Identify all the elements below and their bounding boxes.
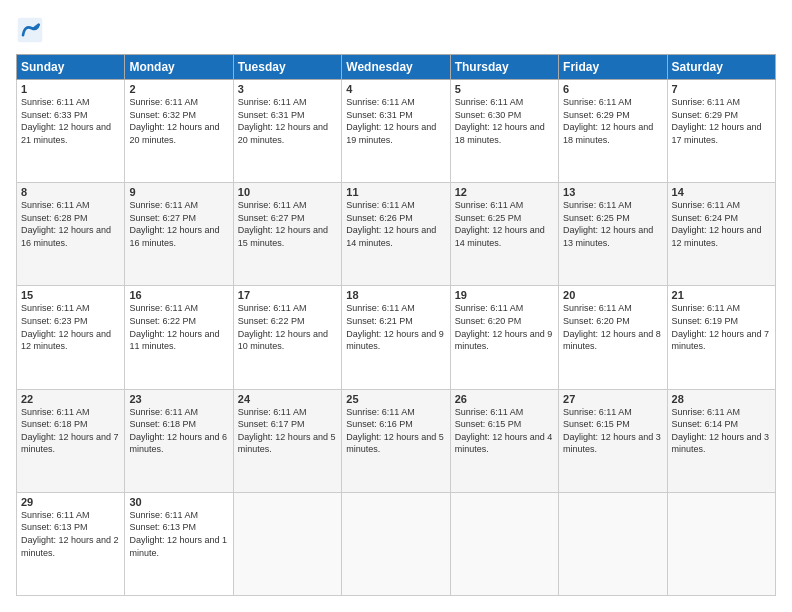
day-number: 26 bbox=[455, 393, 554, 405]
day-cell-8: 8 Sunrise: 6:11 AM Sunset: 6:28 PM Dayli… bbox=[17, 183, 125, 286]
sunset-label: Sunset: 6:15 PM bbox=[563, 419, 630, 429]
daylight-label: Daylight: 12 hours and 2 minutes. bbox=[21, 535, 119, 558]
day-number: 18 bbox=[346, 289, 445, 301]
day-cell-15: 15 Sunrise: 6:11 AM Sunset: 6:23 PM Dayl… bbox=[17, 286, 125, 389]
sunrise-label: Sunrise: 6:11 AM bbox=[238, 97, 307, 107]
day-info: Sunrise: 6:11 AM Sunset: 6:20 PM Dayligh… bbox=[455, 302, 554, 352]
sunset-label: Sunset: 6:13 PM bbox=[129, 522, 196, 532]
day-cell-4: 4 Sunrise: 6:11 AM Sunset: 6:31 PM Dayli… bbox=[342, 80, 450, 183]
sunrise-label: Sunrise: 6:11 AM bbox=[563, 97, 632, 107]
day-cell-7: 7 Sunrise: 6:11 AM Sunset: 6:29 PM Dayli… bbox=[667, 80, 775, 183]
day-number: 20 bbox=[563, 289, 662, 301]
day-info: Sunrise: 6:11 AM Sunset: 6:15 PM Dayligh… bbox=[455, 406, 554, 456]
week-row-4: 22 Sunrise: 6:11 AM Sunset: 6:18 PM Dayl… bbox=[17, 389, 776, 492]
daylight-label: Daylight: 12 hours and 10 minutes. bbox=[238, 329, 328, 352]
day-header-tuesday: Tuesday bbox=[233, 55, 341, 80]
day-cell-23: 23 Sunrise: 6:11 AM Sunset: 6:18 PM Dayl… bbox=[125, 389, 233, 492]
sunrise-label: Sunrise: 6:11 AM bbox=[129, 407, 198, 417]
sunset-label: Sunset: 6:21 PM bbox=[346, 316, 413, 326]
calendar-table: SundayMondayTuesdayWednesdayThursdayFrid… bbox=[16, 54, 776, 596]
day-info: Sunrise: 6:11 AM Sunset: 6:13 PM Dayligh… bbox=[129, 509, 228, 559]
day-info: Sunrise: 6:11 AM Sunset: 6:24 PM Dayligh… bbox=[672, 199, 771, 249]
daylight-label: Daylight: 12 hours and 16 minutes. bbox=[21, 225, 111, 248]
sunrise-label: Sunrise: 6:11 AM bbox=[21, 200, 90, 210]
day-number: 2 bbox=[129, 83, 228, 95]
day-cell-1: 1 Sunrise: 6:11 AM Sunset: 6:33 PM Dayli… bbox=[17, 80, 125, 183]
sunrise-label: Sunrise: 6:11 AM bbox=[455, 407, 524, 417]
sunrise-label: Sunrise: 6:11 AM bbox=[563, 200, 632, 210]
sunrise-label: Sunrise: 6:11 AM bbox=[129, 97, 198, 107]
day-header-saturday: Saturday bbox=[667, 55, 775, 80]
day-info: Sunrise: 6:11 AM Sunset: 6:19 PM Dayligh… bbox=[672, 302, 771, 352]
daylight-label: Daylight: 12 hours and 7 minutes. bbox=[21, 432, 119, 455]
week-row-5: 29 Sunrise: 6:11 AM Sunset: 6:13 PM Dayl… bbox=[17, 492, 776, 595]
day-info: Sunrise: 6:11 AM Sunset: 6:26 PM Dayligh… bbox=[346, 199, 445, 249]
day-number: 6 bbox=[563, 83, 662, 95]
day-number: 23 bbox=[129, 393, 228, 405]
sunset-label: Sunset: 6:16 PM bbox=[346, 419, 413, 429]
daylight-label: Daylight: 12 hours and 19 minutes. bbox=[346, 122, 436, 145]
day-cell-29: 29 Sunrise: 6:11 AM Sunset: 6:13 PM Dayl… bbox=[17, 492, 125, 595]
sunset-label: Sunset: 6:14 PM bbox=[672, 419, 739, 429]
day-number: 30 bbox=[129, 496, 228, 508]
sunrise-label: Sunrise: 6:11 AM bbox=[455, 97, 524, 107]
daylight-label: Daylight: 12 hours and 8 minutes. bbox=[563, 329, 661, 352]
day-number: 14 bbox=[672, 186, 771, 198]
day-info: Sunrise: 6:11 AM Sunset: 6:31 PM Dayligh… bbox=[238, 96, 337, 146]
day-number: 28 bbox=[672, 393, 771, 405]
day-info: Sunrise: 6:11 AM Sunset: 6:22 PM Dayligh… bbox=[238, 302, 337, 352]
day-cell-11: 11 Sunrise: 6:11 AM Sunset: 6:26 PM Dayl… bbox=[342, 183, 450, 286]
day-number: 19 bbox=[455, 289, 554, 301]
sunrise-label: Sunrise: 6:11 AM bbox=[129, 200, 198, 210]
daylight-label: Daylight: 12 hours and 9 minutes. bbox=[346, 329, 444, 352]
sunset-label: Sunset: 6:25 PM bbox=[455, 213, 522, 223]
day-cell-19: 19 Sunrise: 6:11 AM Sunset: 6:20 PM Dayl… bbox=[450, 286, 558, 389]
sunrise-label: Sunrise: 6:11 AM bbox=[672, 200, 741, 210]
sunset-label: Sunset: 6:25 PM bbox=[563, 213, 630, 223]
day-info: Sunrise: 6:11 AM Sunset: 6:25 PM Dayligh… bbox=[563, 199, 662, 249]
daylight-label: Daylight: 12 hours and 5 minutes. bbox=[238, 432, 336, 455]
daylight-label: Daylight: 12 hours and 15 minutes. bbox=[238, 225, 328, 248]
day-header-thursday: Thursday bbox=[450, 55, 558, 80]
sunrise-label: Sunrise: 6:11 AM bbox=[129, 510, 198, 520]
daylight-label: Daylight: 12 hours and 1 minute. bbox=[129, 535, 227, 558]
day-cell-22: 22 Sunrise: 6:11 AM Sunset: 6:18 PM Dayl… bbox=[17, 389, 125, 492]
logo bbox=[16, 16, 48, 44]
day-cell-5: 5 Sunrise: 6:11 AM Sunset: 6:30 PM Dayli… bbox=[450, 80, 558, 183]
day-info: Sunrise: 6:11 AM Sunset: 6:33 PM Dayligh… bbox=[21, 96, 120, 146]
daylight-label: Daylight: 12 hours and 3 minutes. bbox=[672, 432, 770, 455]
empty-cell bbox=[559, 492, 667, 595]
day-cell-2: 2 Sunrise: 6:11 AM Sunset: 6:32 PM Dayli… bbox=[125, 80, 233, 183]
calendar-header-row: SundayMondayTuesdayWednesdayThursdayFrid… bbox=[17, 55, 776, 80]
sunrise-label: Sunrise: 6:11 AM bbox=[238, 303, 307, 313]
day-number: 13 bbox=[563, 186, 662, 198]
day-number: 15 bbox=[21, 289, 120, 301]
sunset-label: Sunset: 6:31 PM bbox=[346, 110, 413, 120]
sunrise-label: Sunrise: 6:11 AM bbox=[238, 200, 307, 210]
sunset-label: Sunset: 6:15 PM bbox=[455, 419, 522, 429]
day-number: 11 bbox=[346, 186, 445, 198]
sunset-label: Sunset: 6:29 PM bbox=[672, 110, 739, 120]
day-info: Sunrise: 6:11 AM Sunset: 6:13 PM Dayligh… bbox=[21, 509, 120, 559]
day-info: Sunrise: 6:11 AM Sunset: 6:21 PM Dayligh… bbox=[346, 302, 445, 352]
day-number: 1 bbox=[21, 83, 120, 95]
day-number: 5 bbox=[455, 83, 554, 95]
day-info: Sunrise: 6:11 AM Sunset: 6:27 PM Dayligh… bbox=[238, 199, 337, 249]
day-number: 7 bbox=[672, 83, 771, 95]
empty-cell bbox=[667, 492, 775, 595]
daylight-label: Daylight: 12 hours and 4 minutes. bbox=[455, 432, 553, 455]
sunset-label: Sunset: 6:18 PM bbox=[129, 419, 196, 429]
day-cell-20: 20 Sunrise: 6:11 AM Sunset: 6:20 PM Dayl… bbox=[559, 286, 667, 389]
empty-cell bbox=[450, 492, 558, 595]
sunset-label: Sunset: 6:18 PM bbox=[21, 419, 88, 429]
sunrise-label: Sunrise: 6:11 AM bbox=[672, 97, 741, 107]
day-number: 10 bbox=[238, 186, 337, 198]
sunset-label: Sunset: 6:33 PM bbox=[21, 110, 88, 120]
sunset-label: Sunset: 6:30 PM bbox=[455, 110, 522, 120]
day-cell-10: 10 Sunrise: 6:11 AM Sunset: 6:27 PM Dayl… bbox=[233, 183, 341, 286]
day-number: 9 bbox=[129, 186, 228, 198]
week-row-3: 15 Sunrise: 6:11 AM Sunset: 6:23 PM Dayl… bbox=[17, 286, 776, 389]
sunrise-label: Sunrise: 6:11 AM bbox=[672, 407, 741, 417]
day-number: 27 bbox=[563, 393, 662, 405]
day-info: Sunrise: 6:11 AM Sunset: 6:29 PM Dayligh… bbox=[563, 96, 662, 146]
